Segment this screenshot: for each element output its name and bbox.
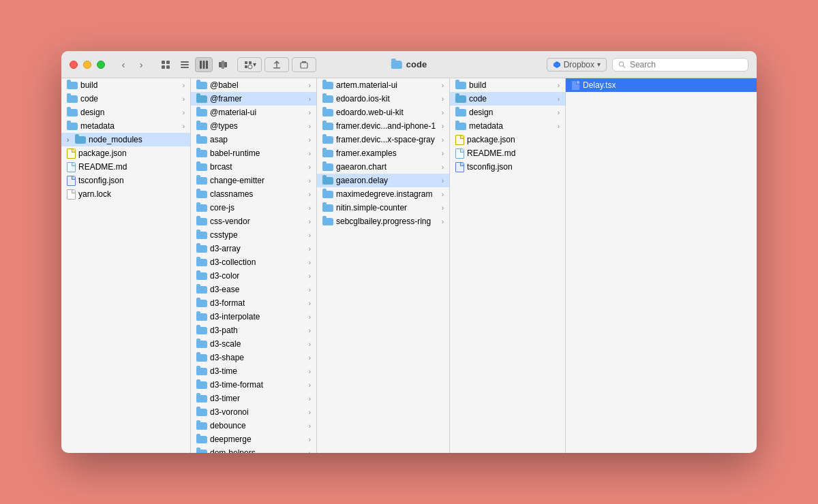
list-item[interactable]: @material-ui › [191,106,316,119]
dropbox-button[interactable]: Dropbox ▾ [547,58,607,72]
list-item[interactable]: design › [61,106,190,119]
list-item[interactable]: asap › [191,133,316,146]
list-item[interactable]: d3-shape › [191,351,316,364]
list-item[interactable]: metadata › [61,119,190,133]
list-item[interactable]: d3-array › [191,242,316,255]
list-item[interactable]: d3-ease › [191,283,316,296]
folder-icon [196,395,207,403]
svg-point-23 [619,61,623,65]
search-input[interactable] [630,60,742,69]
list-item[interactable]: d3-time › [191,364,316,378]
list-item[interactable]: README.md [450,146,565,160]
list-item[interactable]: csstype › [191,228,316,242]
list-item[interactable]: gaearon.chart › [317,160,449,174]
list-item[interactable]: d3-time-format › [191,378,316,392]
svg-rect-4 [181,61,189,63]
folder-icon [196,450,207,454]
list-item[interactable]: artem.material-ui › [317,78,449,92]
action-button[interactable] [264,57,289,72]
list-item[interactable]: design › [450,106,565,119]
folder-icon [322,109,333,116]
list-item[interactable]: babel-runtime › [191,146,316,160]
folder-icon [322,95,333,103]
list-item[interactable]: debounce › [191,419,316,432]
svg-rect-12 [224,62,227,67]
svg-rect-19 [302,61,306,63]
list-item[interactable]: brcast › [191,160,316,174]
minimize-button[interactable] [83,61,91,69]
view-column-button[interactable] [195,57,213,72]
column-5: Delay.tsx [566,78,757,453]
column-4: build › code › design › metadata › packa… [450,78,566,453]
forward-button[interactable]: › [134,57,149,72]
folder-icon [196,109,207,116]
list-item[interactable]: maximedegreve.instagram › [317,187,449,201]
list-item-framer[interactable]: @framer › [191,92,316,106]
svg-rect-7 [200,61,202,69]
list-item[interactable]: edoardo.ios-kit › [317,92,449,106]
folder-icon [196,313,207,321]
list-item[interactable]: tsconfig.json [61,174,190,187]
list-item[interactable]: @babel › [191,78,316,92]
share-button[interactable] [292,57,316,72]
list-item[interactable]: d3-interpolate › [191,310,316,324]
list-item-gaearon-delay[interactable]: gaearon.delay › [317,174,449,187]
svg-rect-17 [273,67,280,69]
list-item-delay-tsx[interactable]: Delay.tsx [566,78,757,92]
list-item[interactable]: framer.devic...and-iphone-1 › [317,119,449,133]
list-item[interactable]: css-vendor › [191,215,316,228]
maximize-button[interactable] [97,61,105,69]
list-item[interactable]: change-emitter › [191,174,316,187]
list-item[interactable]: @types › [191,119,316,133]
list-item[interactable]: tsconfig.json [450,160,565,174]
folder-icon [196,123,207,130]
list-item[interactable]: README.md [61,160,190,174]
md-icon [67,162,76,172]
search-box[interactable] [612,58,748,72]
list-item[interactable]: d3-color › [191,269,316,283]
svg-rect-2 [162,65,165,69]
list-item[interactable]: d3-collection › [191,255,316,269]
column-3: artem.material-ui › edoardo.ios-kit › ed… [317,78,450,453]
list-item[interactable]: code › [61,92,190,106]
list-item[interactable]: d3-path › [191,324,316,337]
list-item-node-modules[interactable]: › node_modules [61,133,190,146]
folder-icon [322,191,333,198]
view-coverflow-button[interactable] [214,57,232,72]
list-item[interactable]: package.json [61,146,190,160]
list-item[interactable]: d3-format › [191,296,316,310]
close-button[interactable] [70,61,78,69]
back-button[interactable]: ‹ [116,57,131,72]
list-item[interactable]: d3-scale › [191,337,316,351]
list-item[interactable]: metadata › [450,119,565,133]
list-item[interactable]: d3-voronoi › [191,405,316,419]
list-item[interactable]: build › [450,78,565,92]
list-item-code[interactable]: code › [450,92,565,106]
json-icon [455,135,464,145]
list-item[interactable]: dom-helpers › [191,446,316,453]
tsx-icon [571,80,580,91]
list-item[interactable]: core-js › [191,201,316,215]
list-item[interactable]: build › [61,78,190,92]
file-icon [67,189,76,200]
list-item[interactable]: deepmerge › [191,432,316,446]
arrange-button[interactable]: ▾ [237,57,262,72]
list-item[interactable]: framer.devic...x-space-gray › [317,133,449,146]
list-item[interactable]: d3-timer › [191,392,316,405]
list-item[interactable]: yarn.lock [61,187,190,201]
svg-rect-14 [249,61,252,64]
ts-icon [455,162,464,172]
folder-icon [67,109,78,116]
folder-icon [196,204,207,212]
list-item[interactable]: framer.examples › [317,146,449,160]
view-list-button[interactable] [176,57,194,72]
folder-icon [196,136,207,144]
list-item[interactable]: sebcglbailey.progress-ring › [317,215,449,228]
list-item[interactable]: classnames › [191,187,316,201]
window-title: code [391,59,427,69]
folder-icon [67,95,78,103]
view-icon-button[interactable] [157,57,175,72]
list-item[interactable]: nitin.simple-counter › [317,201,449,215]
list-item[interactable]: edoardo.web-ui-kit › [317,106,449,119]
list-item[interactable]: package.json [450,133,565,146]
